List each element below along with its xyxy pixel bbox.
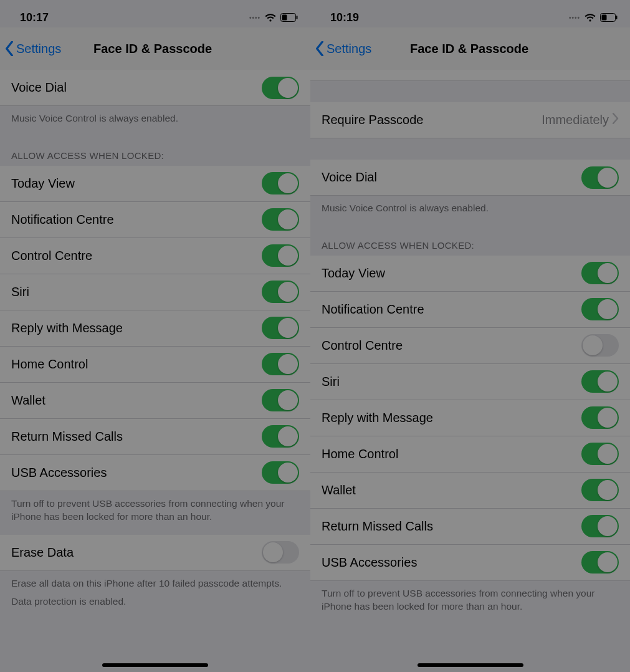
svg-rect-4 bbox=[602, 15, 607, 21]
toggle-home-control[interactable] bbox=[262, 353, 299, 375]
label-voice-dial: Voice Dial bbox=[322, 170, 377, 185]
wifi-icon bbox=[264, 13, 277, 22]
toggle-notification-centre[interactable] bbox=[581, 298, 619, 320]
label-return-missed-calls: Return Missed Calls bbox=[322, 519, 433, 534]
row-usb-accessories: USB Accessories bbox=[310, 545, 630, 581]
settings-list[interactable]: Voice Dial Music Voice Control is always… bbox=[0, 70, 310, 620]
toggle-control-centre[interactable] bbox=[581, 334, 619, 357]
wifi-icon bbox=[584, 13, 596, 22]
section-allow-access: Allow Access When Locked: bbox=[0, 137, 310, 166]
battery-icon bbox=[280, 13, 298, 22]
toggle-return-missed-calls[interactable] bbox=[262, 425, 299, 448]
back-label: Settings bbox=[16, 42, 61, 56]
home-indicator[interactable] bbox=[418, 663, 523, 667]
settings-list[interactable]: Require Passcode Immediately Voice Dial … bbox=[310, 70, 630, 625]
toggle-return-missed-calls[interactable] bbox=[581, 515, 619, 537]
toggle-notification-centre[interactable] bbox=[262, 208, 299, 231]
row-notification-centre: Notification Centre bbox=[0, 202, 310, 238]
cellular-dots-icon: •••• bbox=[249, 14, 260, 21]
row-wallet: Wallet bbox=[0, 383, 310, 419]
toggle-reply-with-message[interactable] bbox=[581, 406, 619, 429]
toggle-home-control[interactable] bbox=[581, 443, 619, 465]
battery-icon bbox=[600, 13, 618, 22]
label-usb-accessories: USB Accessories bbox=[11, 466, 107, 480]
label-siri: Siri bbox=[322, 375, 340, 389]
phone-right: 10:19 •••• Settings Face ID & Passcode R… bbox=[310, 0, 630, 672]
toggle-today-view[interactable] bbox=[262, 172, 299, 194]
partial-row-top bbox=[310, 70, 630, 81]
label-return-missed-calls: Return Missed Calls bbox=[11, 430, 123, 444]
cellular-dots-icon: •••• bbox=[569, 14, 580, 21]
toggle-voice-dial[interactable] bbox=[581, 166, 619, 189]
row-voice-dial: Voice Dial bbox=[0, 70, 310, 106]
back-button[interactable]: Settings bbox=[5, 41, 61, 56]
footer-erase-data: Erase all data on this iPhone after 10 f… bbox=[0, 571, 310, 593]
row-today-view: Today View bbox=[310, 256, 630, 292]
row-home-control: Home Control bbox=[310, 436, 630, 473]
toggle-today-view[interactable] bbox=[581, 262, 619, 284]
toggle-reply-with-message[interactable] bbox=[262, 317, 299, 339]
back-label: Settings bbox=[327, 42, 371, 56]
toggle-usb-accessories[interactable] bbox=[262, 461, 299, 484]
svg-rect-5 bbox=[616, 16, 618, 19]
chevron-right-icon bbox=[613, 113, 619, 127]
row-notification-centre: Notification Centre bbox=[310, 292, 630, 328]
row-reply-with-message: Reply with Message bbox=[0, 310, 310, 347]
toggle-usb-accessories[interactable] bbox=[581, 551, 619, 574]
footer-voice-dial: Music Voice Control is always enabled. bbox=[310, 196, 630, 226]
row-today-view: Today View bbox=[0, 166, 310, 202]
footer-data-protection: Data protection is enabled. bbox=[0, 593, 310, 620]
page-title: Face ID & Passcode bbox=[93, 42, 212, 56]
group-spacer bbox=[310, 81, 630, 102]
label-today-view: Today View bbox=[11, 176, 75, 191]
status-icons: •••• bbox=[249, 13, 298, 22]
row-siri: Siri bbox=[310, 364, 630, 400]
footer-voice-dial: Music Voice Control is always enabled. bbox=[0, 106, 310, 137]
toggle-voice-dial[interactable] bbox=[262, 77, 299, 99]
home-indicator[interactable] bbox=[102, 663, 208, 667]
toggle-siri[interactable] bbox=[581, 370, 619, 393]
toggle-siri[interactable] bbox=[262, 281, 299, 303]
section-allow-access: Allow Access When Locked: bbox=[310, 226, 630, 256]
row-control-centre: Control Centre bbox=[0, 238, 310, 274]
status-icons: •••• bbox=[569, 13, 618, 22]
row-siri: Siri bbox=[0, 274, 310, 310]
row-usb-accessories: USB Accessories bbox=[0, 455, 310, 491]
label-control-centre: Control Centre bbox=[11, 249, 92, 263]
toggle-erase-data[interactable] bbox=[262, 541, 299, 564]
row-home-control: Home Control bbox=[0, 347, 310, 383]
label-wallet: Wallet bbox=[322, 483, 356, 497]
toggle-wallet[interactable] bbox=[262, 389, 299, 411]
status-time: 10:17 bbox=[20, 11, 49, 24]
label-siri: Siri bbox=[11, 285, 29, 299]
label-voice-dial: Voice Dial bbox=[11, 80, 67, 95]
row-return-missed-calls: Return Missed Calls bbox=[0, 419, 310, 455]
value-require-passcode: Immediately bbox=[542, 113, 609, 127]
footer-usb: Turn off to prevent USB accessories from… bbox=[310, 581, 630, 625]
label-home-control: Home Control bbox=[11, 357, 88, 372]
row-wallet: Wallet bbox=[310, 473, 630, 509]
label-notification-centre: Notification Centre bbox=[322, 302, 424, 317]
label-reply-with-message: Reply with Message bbox=[322, 411, 433, 425]
svg-rect-2 bbox=[297, 16, 298, 19]
row-return-missed-calls: Return Missed Calls bbox=[310, 509, 630, 545]
status-time: 10:19 bbox=[330, 11, 359, 24]
toggle-wallet[interactable] bbox=[581, 479, 619, 501]
toggle-control-centre[interactable] bbox=[262, 244, 299, 267]
page-title: Face ID & Passcode bbox=[410, 42, 528, 56]
row-control-centre: Control Centre bbox=[310, 328, 630, 364]
back-button[interactable]: Settings bbox=[315, 41, 371, 56]
nav-header: Settings Face ID & Passcode bbox=[0, 27, 310, 70]
row-require-passcode[interactable]: Require Passcode Immediately bbox=[310, 102, 630, 138]
footer-usb: Turn off to prevent USB accessories from… bbox=[0, 491, 310, 535]
label-control-centre: Control Centre bbox=[322, 338, 403, 353]
group-spacer bbox=[310, 138, 630, 160]
label-reply-with-message: Reply with Message bbox=[11, 321, 123, 335]
row-erase-data: Erase Data bbox=[0, 535, 310, 571]
svg-rect-1 bbox=[282, 15, 287, 21]
label-erase-data: Erase Data bbox=[11, 545, 74, 560]
status-bar: 10:19 •••• bbox=[310, 0, 630, 27]
label-today-view: Today View bbox=[322, 266, 385, 281]
status-bar: 10:17 •••• bbox=[0, 0, 310, 27]
label-home-control: Home Control bbox=[322, 447, 398, 461]
